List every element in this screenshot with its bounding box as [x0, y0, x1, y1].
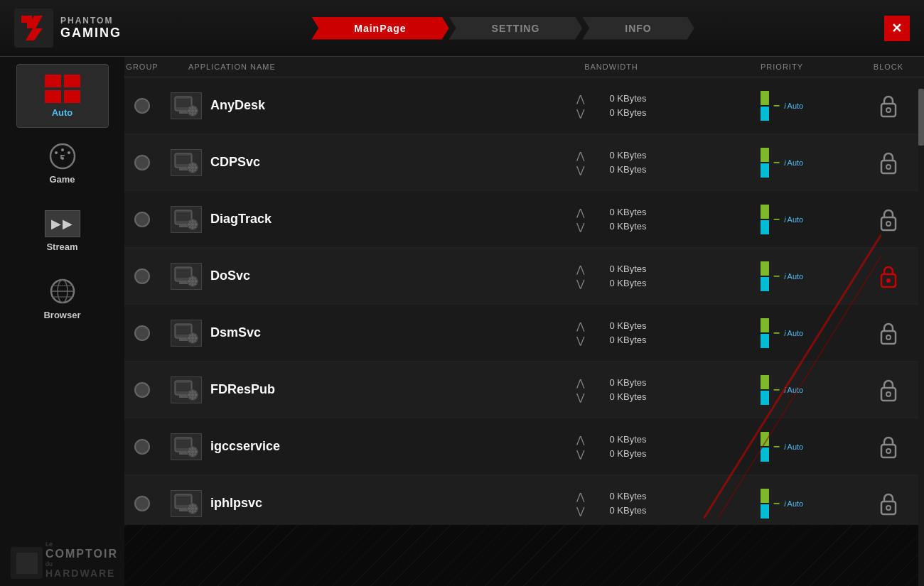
svg-rect-29: [176, 156, 190, 164]
priority-auto[interactable]: i Auto: [784, 329, 803, 337]
priority-minus[interactable]: −: [773, 440, 780, 453]
stream-icon: ▶▶: [45, 210, 80, 237]
cell-block: [853, 264, 924, 288]
svg-point-82: [886, 392, 891, 396]
cell-bandwidth: ⋀ 0 KBytes ⋁ 0 KBytes: [512, 371, 711, 408]
priority-auto[interactable]: i Auto: [784, 272, 803, 281]
table-row[interactable]: igccservice ⋀ 0 KBytes ⋁ 0 KBytes − i Au…: [124, 418, 924, 475]
app-icon-box: [171, 433, 202, 460]
sidebar-item-stream[interactable]: ▶▶ Stream: [16, 199, 109, 263]
sidebar: Auto Game ▶▶ Stream: [0, 57, 124, 586]
priority-auto[interactable]: i Auto: [784, 499, 803, 508]
bw-upload: 0 KBytes: [590, 491, 647, 501]
sidebar-item-auto[interactable]: Auto: [16, 64, 109, 128]
table-row[interactable]: AnyDesk ⋀ 0 KBytes ⋁ 0 KBytes − i Auto: [124, 77, 924, 134]
lock-icon[interactable]: [879, 264, 898, 288]
brand-line1: PHANTOM: [60, 16, 122, 26]
svg-rect-9: [60, 155, 62, 159]
priority-auto[interactable]: i Auto: [784, 386, 803, 394]
tab-info[interactable]: INFO: [582, 17, 694, 40]
tab-setting[interactable]: SETTING: [449, 17, 583, 40]
app-name: CDPSvc: [210, 155, 260, 170]
main-layout: Auto Game ▶▶ Stream: [0, 57, 924, 586]
priority-auto[interactable]: i Auto: [784, 215, 803, 224]
priority-i-icon: i: [784, 443, 785, 451]
cell-bandwidth: ⋀ 0 KBytes ⋁ 0 KBytes: [512, 201, 711, 238]
bw-up-row: ⋀ 0 KBytes: [576, 434, 647, 445]
priority-auto[interactable]: i Auto: [784, 102, 803, 110]
table-row[interactable]: DoSvc ⋀ 0 KBytes ⋁ 0 KBytes − i Auto: [124, 248, 924, 305]
svg-rect-51: [176, 269, 190, 278]
sidebar-item-auto-label: Auto: [52, 107, 73, 118]
lock-icon[interactable]: [879, 321, 898, 345]
table-row[interactable]: DiagTrack ⋀ 0 KBytes ⋁ 0 KBytes − i Auto: [124, 191, 924, 248]
table-row[interactable]: FDResPub ⋀ 0 KBytes ⋁ 0 KBytes − i Auto: [124, 362, 924, 418]
cell-appname: DiagTrack: [160, 199, 512, 240]
watermark-hardware: HARDWARE: [45, 568, 118, 579]
priority-minus[interactable]: −: [773, 384, 780, 396]
table-row[interactable]: iphlpsvc ⋀ 0 KBytes ⋁ 0 KBytes − i Auto: [124, 475, 924, 525]
svg-rect-37: [881, 161, 896, 173]
watermark: Le COMPTOIR du HARDWARE: [11, 541, 118, 579]
svg-rect-30: [179, 168, 188, 170]
sidebar-item-game[interactable]: Game: [16, 131, 109, 195]
priority-bar-green: [761, 205, 769, 219]
bw-down-row: ⋁ 0 KBytes: [576, 448, 647, 460]
svg-rect-92: [881, 445, 896, 457]
cell-block: [853, 492, 924, 516]
svg-rect-41: [179, 224, 188, 227]
app-icon-box: [171, 263, 202, 290]
priority-minus[interactable]: −: [773, 156, 780, 169]
priority-bars: [761, 148, 769, 178]
bw-up-row: ⋀ 0 KBytes: [576, 93, 647, 104]
bw-down-row: ⋁ 0 KBytes: [576, 335, 647, 346]
svg-rect-81: [881, 388, 896, 401]
lock-icon[interactable]: [879, 378, 898, 402]
priority-minus[interactable]: −: [773, 270, 780, 283]
cell-priority: − i Auto: [711, 489, 853, 519]
down-arrow-icon: ⋁: [576, 107, 584, 119]
priority-i-icon: i: [784, 272, 785, 281]
logo-area: PHANTOM GAMING: [14, 9, 122, 48]
scrollbar-thumb[interactable]: [918, 89, 924, 146]
down-arrow-icon: ⋁: [576, 448, 584, 460]
priority-minus[interactable]: −: [773, 213, 780, 226]
bw-download: 0 KBytes: [590, 505, 647, 516]
cell-priority: − i Auto: [711, 432, 853, 462]
priority-bars: [761, 432, 769, 462]
svg-point-93: [886, 449, 891, 453]
auto-icon-block4: [64, 90, 80, 103]
table-row[interactable]: DsmSvc ⋀ 0 KBytes ⋁ 0 KBytes − i Auto: [124, 305, 924, 362]
priority-auto[interactable]: i Auto: [784, 158, 803, 167]
table-row[interactable]: CDPSvc ⋀ 0 KBytes ⋁ 0 KBytes − i Auto: [124, 134, 924, 191]
bw-up-row: ⋀ 0 KBytes: [576, 150, 647, 161]
bw-down-row: ⋁ 0 KBytes: [576, 505, 647, 516]
priority-i-icon: i: [784, 386, 785, 394]
svg-rect-73: [176, 383, 190, 391]
tab-mainpage[interactable]: MainPage: [311, 17, 448, 40]
svg-point-104: [886, 506, 891, 510]
bw-upload: 0 KBytes: [590, 320, 647, 331]
auto-icon: [45, 75, 80, 103]
app-name: iphlpsvc: [210, 496, 262, 511]
priority-bar-green: [761, 91, 769, 105]
lock-icon[interactable]: [879, 435, 898, 459]
col-appname: APPLICATION NAME: [160, 63, 512, 71]
priority-bar-teal: [761, 107, 769, 121]
priority-bar-teal: [761, 277, 769, 291]
priority-minus[interactable]: −: [773, 327, 780, 340]
priority-minus[interactable]: −: [773, 497, 780, 510]
bw-upload: 0 KBytes: [590, 264, 647, 274]
lock-icon[interactable]: [879, 207, 898, 232]
lock-icon[interactable]: [879, 492, 898, 516]
bw-download: 0 KBytes: [590, 335, 647, 345]
lock-icon[interactable]: [879, 151, 898, 175]
scrollbar-track[interactable]: [918, 82, 924, 586]
priority-auto[interactable]: i Auto: [784, 443, 803, 451]
lock-icon[interactable]: [879, 94, 898, 118]
priority-bars: [761, 318, 769, 348]
close-button[interactable]: ✕: [884, 16, 910, 41]
priority-minus[interactable]: −: [773, 99, 780, 112]
bw-down-row: ⋁ 0 KBytes: [576, 164, 647, 175]
sidebar-item-browser[interactable]: Browser: [16, 266, 109, 330]
